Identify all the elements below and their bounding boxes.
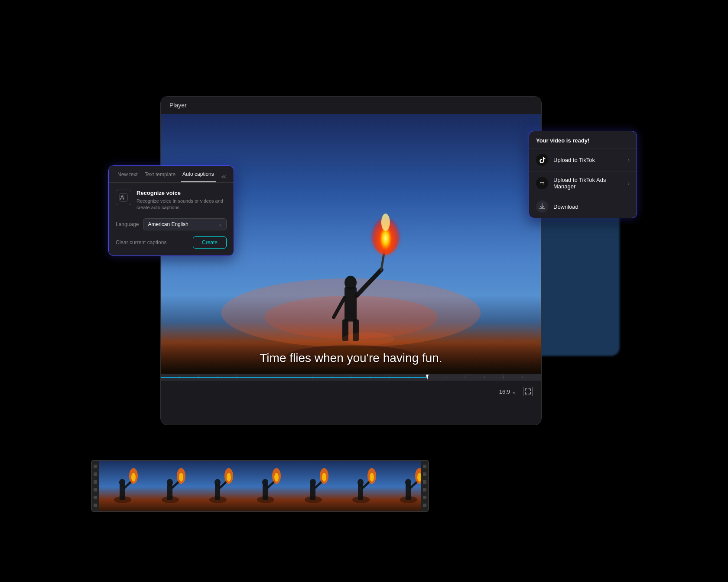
svg-point-48 [167,479,173,486]
film-frame [385,461,421,511]
svg-point-76 [358,479,364,486]
svg-point-72 [322,473,326,482]
frame-scene [99,461,146,511]
create-button[interactable]: Create [193,236,227,249]
film-hole [94,496,97,499]
timeline-ticks [161,374,541,381]
language-value: American English [148,221,188,227]
caption-text: Time flies when you're having fun. [260,351,442,365]
film-frame [289,461,337,511]
tiktok-ads-icon: TT [536,177,548,189]
svg-point-44 [131,473,136,482]
download-icon-svg [539,203,546,210]
ready-panel-title: Your video is ready! [529,131,637,149]
frame-scene [242,461,289,511]
upload-tiktok-ads-label: Upload to TikTok Ads Manager [553,177,622,190]
caption-bar: Time flies when you're having fun. [161,343,541,374]
svg-point-65 [274,473,279,482]
tab-text-template[interactable]: Text template [143,171,177,182]
frame-scene [289,461,337,511]
film-frame [99,461,146,511]
frame-scene [194,461,242,511]
svg-point-51 [179,473,183,482]
upload-tiktok-item[interactable]: Upload to TikTok › [529,149,637,171]
aspect-ratio-selector[interactable]: 16:9 ⌄ [499,388,517,395]
svg-rect-61 [263,485,268,500]
svg-rect-80 [385,461,421,511]
recognize-section: A i Recognize voice Recognize voice in s… [116,190,227,211]
voice-ai-icon: A i [119,193,128,202]
svg-rect-40 [120,485,125,500]
tiktok-arrow-icon: › [627,156,630,163]
svg-rect-47 [167,485,172,500]
film-hole [423,504,426,507]
tiktok-ads-arrow-icon: › [627,180,630,187]
filmstrip [91,460,429,512]
language-chevron-icon: ⌄ [218,222,222,226]
svg-rect-68 [310,485,315,500]
tab-close-button[interactable]: ≪ [221,174,227,180]
film-hole [423,472,426,476]
frame-scene [337,461,385,511]
timeline-bar[interactable] [161,374,541,381]
tiktok-icon [536,154,548,166]
download-item[interactable]: Download [529,195,637,218]
film-hole [423,496,426,499]
frame-scene [385,461,421,511]
film-hole [94,465,97,468]
svg-point-41 [119,479,125,486]
language-select[interactable]: American English ⌄ [143,218,227,230]
svg-point-83 [405,479,411,486]
fullscreen-button[interactable] [523,387,533,396]
film-edge-right [421,461,428,511]
player-title: Player [161,97,541,114]
recognize-voice-icon: A i [116,190,131,205]
aspect-ratio-value: 16:9 [499,388,510,395]
panel-content: A i Recognize voice Recognize voice in s… [109,183,234,255]
panel-tabs: New text Text template Auto captions ≪ [109,166,234,183]
clear-captions-button[interactable]: Clear current captions [116,239,166,246]
film-hole [423,488,426,491]
svg-rect-75 [358,485,363,500]
recognize-text-block: Recognize voice Recognize voice in sound… [136,190,227,211]
tab-auto-captions[interactable]: Auto captions [181,171,216,182]
svg-point-69 [310,479,316,486]
aspect-ratio-chevron: ⌄ [512,388,517,395]
film-frames [99,461,421,511]
svg-point-79 [370,473,374,482]
language-row: Language American English ⌄ [116,218,227,230]
film-frame [242,461,289,511]
film-hole [94,472,97,476]
download-icon [536,200,548,213]
panel-actions: Clear current captions Create [116,236,227,249]
ready-panel: Your video is ready! Upload to TikTok › … [529,131,637,218]
download-label: Download [553,204,630,210]
svg-rect-54 [215,485,220,500]
film-hole [94,504,97,507]
film-hole [423,480,426,484]
film-edge-left [92,461,99,511]
film-hole [423,465,426,468]
film-frame [337,461,385,511]
tab-new-text[interactable]: New text [116,171,140,182]
svg-point-55 [214,479,221,486]
svg-rect-5 [344,287,357,322]
svg-point-58 [227,473,231,482]
upload-tiktok-ads-item[interactable]: TT Upload to TikTok Ads Manager › [529,171,637,195]
film-hole [94,488,97,491]
upload-tiktok-label: Upload to TikTok [553,157,622,163]
bottom-controls: 16:9 ⌄ [161,381,541,402]
film-frame [194,461,242,511]
svg-point-6 [344,276,357,290]
recognize-voice-title: Recognize voice [136,190,227,196]
svg-text:i: i [124,195,124,199]
recognize-voice-desc: Recognize voice in sounds or videos and … [136,198,227,211]
language-label: Language [116,221,139,227]
svg-rect-82 [406,485,411,500]
frame-scene [146,461,194,511]
film-frame [146,461,194,511]
captions-panel: New text Text template Auto captions ≪ A… [108,165,234,256]
svg-point-62 [262,479,268,486]
player-window: Player [160,96,542,425]
film-hole [94,480,97,484]
